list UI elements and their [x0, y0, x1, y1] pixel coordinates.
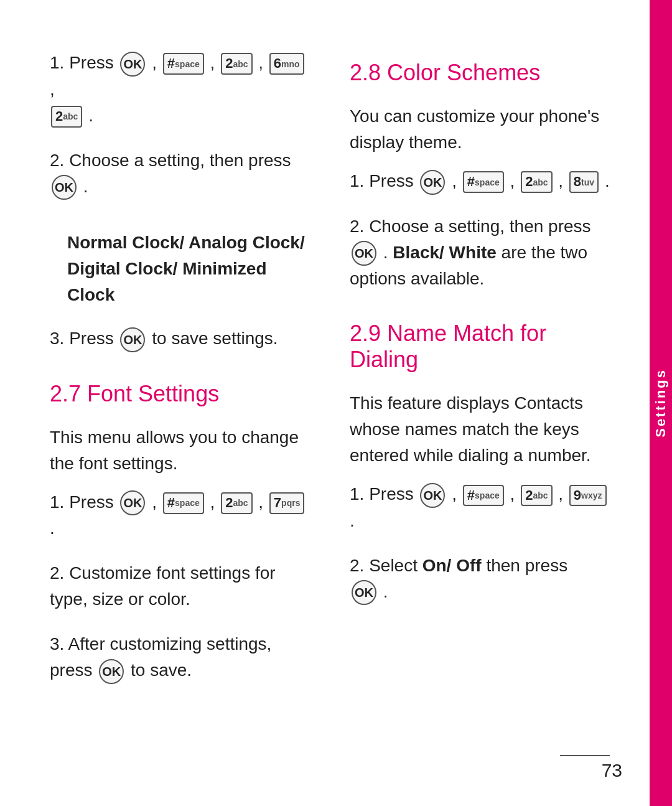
comma-c1: , — [452, 171, 457, 190]
nine-wxyz-key-1: 9wxyz — [569, 485, 607, 507]
step-2-content: 2. Choose a setting, then press OK . — [50, 148, 312, 200]
comma-n3: , — [558, 484, 563, 504]
name-intro: This feature displays Contacts whose nam… — [350, 390, 612, 469]
content-area: 1. Press OK , #space , 2abc , 6mno , 2ab… — [0, 0, 650, 806]
two-abc-key-extra: 2abc — [51, 106, 82, 128]
name-step-1-prefix: 1. Press — [350, 484, 414, 504]
name-step-2-middle: then press — [486, 556, 567, 575]
name-step-2-bold: On/ Off — [422, 556, 482, 575]
clock-note-text: Normal Clock/ Analog Clock/ Digital Cloc… — [67, 233, 305, 304]
period-n2: . — [383, 582, 388, 601]
name-step-2-prefix: 2. Select — [350, 556, 418, 575]
ok-key-3: OK — [120, 327, 145, 352]
font-intro: This menu allows you to change the font … — [50, 424, 312, 477]
font-step-1-content: 1. Press OK , #space , 2abc , 7pqrs . — [50, 489, 312, 542]
ok-key-name-1: OK — [420, 483, 445, 508]
clock-note: Normal Clock/ Analog Clock/ Digital Cloc… — [67, 230, 312, 308]
ok-key-name-2: OK — [352, 580, 376, 605]
color-step-1: 1. Press OK , #space , 2abc , 8tuv . — [350, 168, 612, 195]
color-step-2-prefix: 2. Choose a setting, then press — [350, 217, 591, 236]
page-divider — [560, 755, 610, 756]
comma-f1: , — [152, 492, 157, 512]
left-column: 1. Press OK , #space , 2abc , 6mno , 2ab… — [50, 50, 312, 756]
period-n1: . — [350, 511, 355, 530]
hash-key-font-1: #space — [163, 492, 204, 514]
font-step-3-content: 3. After customizing settings, press OK … — [50, 631, 312, 684]
eight-tuv-key-1: 8tuv — [569, 171, 599, 193]
ok-key-1: OK — [120, 52, 145, 77]
two-abc-key-color-1: 2abc — [521, 171, 552, 193]
section-29-heading: 2.9 Name Match for Dialing — [350, 321, 612, 373]
page-container: 1. Press OK , #space , 2abc , 6mno , 2ab… — [0, 0, 672, 806]
color-step-2: 2. Choose a setting, then press OK . Bla… — [350, 213, 612, 293]
color-step-2-middle: . Black/ White are the two options avail… — [350, 243, 587, 289]
step-1-prefix: 1. Press — [50, 53, 114, 72]
hash-key-name-1: #space — [463, 485, 504, 507]
comma-c2: , — [510, 171, 515, 190]
ok-key-2: OK — [52, 175, 77, 200]
sidebar-tab-text: Settings — [653, 368, 669, 438]
period-c1: . — [605, 171, 610, 190]
period-2: . — [83, 177, 88, 196]
two-abc-key-1: 2abc — [221, 53, 252, 75]
font-step-1-prefix: 1. Press — [50, 492, 114, 512]
step-3: 3. Press OK to save settings. — [50, 326, 312, 352]
font-step-2-content: 2. Customize font settings for type, siz… — [50, 560, 312, 612]
name-step-2: 2. Select On/ Off then press OK . — [350, 553, 612, 606]
font-step-3: 3. After customizing settings, press OK … — [50, 631, 312, 684]
step-3-content: 3. Press OK to save settings. — [50, 326, 312, 352]
step-2-text: 2. Choose a setting, then press — [50, 151, 291, 170]
right-column: 2.8 Color Schemes You can customize your… — [350, 50, 612, 756]
comma-1: , — [152, 53, 157, 72]
page-number: 73 — [602, 760, 622, 781]
ok-key-color-2: OK — [352, 241, 376, 266]
color-step-1-content: 1. Press OK , #space , 2abc , 8tuv . — [350, 168, 612, 195]
comma-n2: , — [510, 484, 515, 504]
ok-key-font-1: OK — [120, 490, 145, 515]
ok-key-font-3: OK — [99, 659, 124, 684]
color-step-1-prefix: 1. Press — [350, 171, 414, 190]
ok-key-color-1: OK — [420, 170, 445, 195]
comma-3: , — [258, 53, 263, 72]
color-step-2-content: 2. Choose a setting, then press OK . Bla… — [350, 213, 612, 293]
comma-4: , — [50, 80, 55, 99]
two-abc-key-name-1: 2abc — [521, 485, 552, 507]
step-1: 1. Press OK , #space , 2abc , 6mno , 2ab… — [50, 50, 312, 129]
step-3-suffix: to save settings. — [152, 329, 278, 348]
six-mno-key-1: 6mno — [269, 53, 304, 75]
name-step-1-content: 1. Press OK , #space , 2abc , 9wxyz . — [350, 481, 612, 534]
comma-f2: , — [210, 492, 215, 512]
font-step-3-suffix: to save. — [131, 660, 192, 680]
name-step-2-content: 2. Select On/ Off then press OK . — [350, 553, 612, 606]
period-f1: . — [50, 518, 55, 538]
comma-c3: , — [558, 171, 563, 190]
comma-f3: , — [258, 492, 263, 512]
comma-n1: , — [452, 484, 457, 504]
comma-2: , — [210, 53, 215, 72]
font-step-1: 1. Press OK , #space , 2abc , 7pqrs . — [50, 489, 312, 542]
hash-key-color-1: #space — [463, 171, 504, 193]
font-step-2: 2. Customize font settings for type, siz… — [50, 560, 312, 612]
step-3-prefix: 3. Press — [50, 329, 114, 348]
section-27-heading: 2.7 Font Settings — [50, 381, 312, 407]
name-step-1: 1. Press OK , #space , 2abc , 9wxyz . — [350, 481, 612, 534]
two-abc-key-font-1: 2abc — [221, 492, 252, 514]
seven-pqrs-key-1: 7pqrs — [269, 492, 305, 514]
period-1: . — [88, 106, 93, 125]
hash-key-1: #space — [163, 53, 204, 75]
step-1-content: 1. Press OK , #space , 2abc , 6mno , 2ab… — [50, 50, 312, 129]
sidebar-tab: Settings — [650, 0, 672, 806]
step-2: 2. Choose a setting, then press OK . — [50, 148, 312, 200]
section-28-heading: 2.8 Color Schemes — [350, 60, 612, 86]
color-intro: You can customize your phone's display t… — [350, 103, 612, 156]
